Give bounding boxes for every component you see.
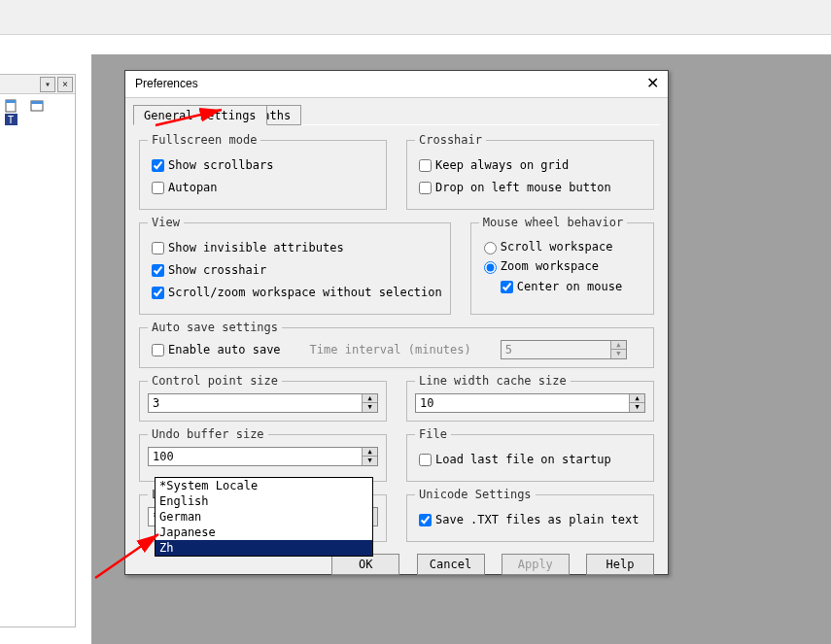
help-button[interactable]: Help (586, 554, 654, 575)
chk-show-invisible[interactable]: Show invisible attributes (148, 239, 442, 257)
legend-lwcache: Line width cache size (415, 374, 571, 388)
app-toolbar (0, 0, 831, 35)
spin-time-interval: ▲▼ (501, 340, 627, 359)
group-fullscreen: Fullscreen mode Show scrollbars Autopan (139, 133, 387, 210)
group-crosshair: Crosshair Keep always on grid Drop on le… (406, 133, 654, 210)
legend-undo: Undo buffer size (148, 427, 268, 441)
group-lwcache: Line width cache size ▲▼ (406, 374, 654, 422)
legend-autosave: Auto save settings (148, 321, 282, 334)
chk-center-on-mouse[interactable]: Center on mouse (497, 278, 645, 296)
panel-close-button[interactable]: × (57, 77, 73, 92)
language-option[interactable]: Zh (156, 540, 372, 556)
language-option[interactable]: *System Locale (156, 478, 372, 493)
legend-view: View (148, 216, 184, 229)
text-icon: T (4, 113, 19, 126)
group-wheel: Mouse wheel behavior Scroll workspace Zo… (470, 216, 654, 315)
legend-file: File (415, 427, 451, 441)
group-view: View Show invisible attributes Show cros… (139, 216, 451, 315)
spin-lwcache[interactable]: ▲▼ (415, 393, 645, 413)
dialog-title: Preferences (135, 77, 198, 90)
chk-keep-on-grid[interactable]: Keep always on grid (415, 156, 645, 175)
rad-zoom-ws[interactable]: Zoom workspace (479, 258, 645, 274)
spin-cpsize[interactable]: ▲▼ (148, 393, 378, 413)
language-option[interactable]: English (156, 493, 372, 509)
language-option[interactable]: Japanese (156, 525, 372, 540)
rad-scroll-ws[interactable]: Scroll workspace (479, 239, 645, 254)
window-icon (30, 99, 46, 113)
svg-text:T: T (8, 115, 14, 125)
legend-fullscreen: Fullscreen mode (148, 133, 260, 147)
chk-drop-on-left[interactable]: Drop on left mouse button (415, 179, 645, 197)
language-dropdown[interactable]: *System LocaleEnglishGermanJapaneseZh (155, 477, 373, 557)
chk-load-last[interactable]: Load last file on startup (415, 451, 645, 469)
group-file: File Load last file on startup (406, 427, 654, 482)
group-undo: Undo buffer size ▲▼ (139, 427, 387, 482)
chk-autopan[interactable]: Autopan (148, 179, 378, 197)
chk-save-plain[interactable]: Save .TXT files as plain text (415, 511, 645, 529)
cancel-button[interactable]: Cancel (417, 554, 485, 575)
label-time-interval: Time interval (minutes) (310, 343, 471, 356)
panel-minimize-button[interactable]: ▾ (40, 77, 55, 92)
legend-crosshair: Crosshair (415, 133, 486, 147)
group-unicode: Unicode Settings Save .TXT files as plai… (406, 488, 654, 542)
chk-scroll-zoom-nosel[interactable]: Scroll/zoom workspace without selection (148, 284, 442, 302)
apply-button[interactable]: Apply (502, 554, 570, 575)
language-option[interactable]: German (156, 509, 372, 525)
chk-enable-autosave[interactable]: Enable auto save (148, 341, 281, 359)
svg-rect-3 (31, 101, 43, 104)
group-cpsize: Control point size ▲▼ (139, 374, 387, 422)
ok-button[interactable]: OK (331, 554, 399, 575)
side-panel: ▾ × T (0, 74, 76, 627)
close-icon[interactable]: ✕ (642, 75, 662, 94)
spin-undo[interactable]: ▲▼ (148, 447, 378, 466)
page-icon (4, 99, 19, 113)
group-autosave: Auto save settings Enable auto save Time… (139, 321, 654, 368)
tab-general[interactable]: General Settings (133, 105, 267, 125)
chk-show-crosshair[interactable]: Show crosshair (148, 261, 442, 280)
legend-unicode: Unicode Settings (415, 488, 536, 501)
legend-wheel: Mouse wheel behavior (479, 216, 628, 229)
chk-show-scrollbars[interactable]: Show scrollbars (148, 156, 378, 175)
svg-rect-1 (6, 100, 16, 103)
legend-cpsize: Control point size (148, 374, 282, 388)
